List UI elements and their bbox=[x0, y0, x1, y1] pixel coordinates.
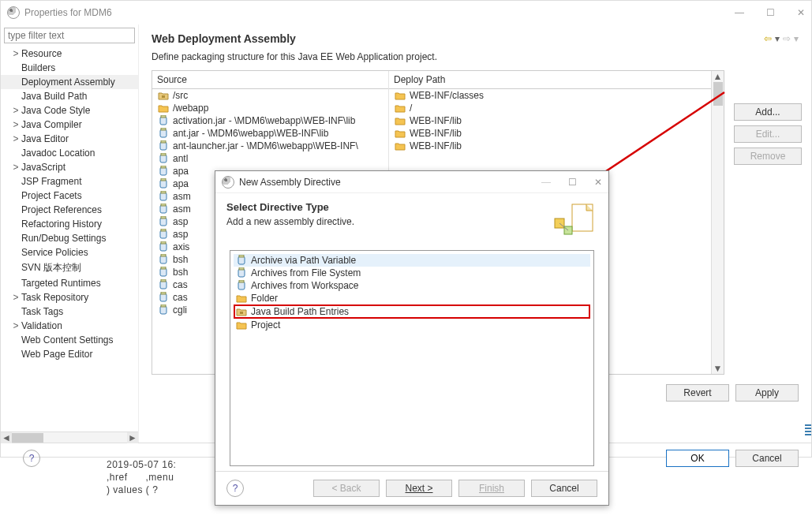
scroll-up-icon[interactable]: ▲ bbox=[712, 71, 724, 82]
scroll-thumb[interactable] bbox=[12, 433, 43, 443]
tree-item[interactable]: >JavaScript bbox=[1, 160, 138, 174]
tree-item-label: Project References bbox=[21, 204, 102, 215]
expand-icon[interactable]: > bbox=[12, 105, 20, 116]
tree-item[interactable]: Javadoc Location bbox=[1, 146, 138, 160]
source-cell: asm bbox=[173, 204, 191, 215]
directive-option[interactable]: Project bbox=[234, 319, 590, 331]
directive-option-label: Project bbox=[251, 319, 280, 331]
tree-item[interactable]: Java Build Path bbox=[1, 89, 138, 103]
tree-item[interactable]: SVN 版本控制 bbox=[1, 260, 138, 276]
tree-item[interactable]: Service Policies bbox=[1, 245, 138, 260]
expand-icon[interactable]: > bbox=[12, 133, 20, 144]
close-icon[interactable]: ✕ bbox=[797, 7, 805, 18]
expand-icon[interactable]: > bbox=[12, 162, 20, 173]
table-row[interactable]: activation.jar - \MDM6\webapp\WEB-INF\li… bbox=[152, 114, 388, 127]
table-row[interactable]: WEB-INF/lib bbox=[389, 140, 711, 152]
maximize-icon[interactable]: ☐ bbox=[766, 7, 775, 18]
close-icon[interactable]: ✕ bbox=[594, 177, 602, 188]
svg-rect-30 bbox=[161, 292, 166, 294]
forward-dropdown-icon[interactable]: ▾ bbox=[794, 33, 799, 44]
edit-button[interactable]: Edit... bbox=[734, 125, 802, 143]
next-button[interactable]: Next > bbox=[386, 480, 452, 497]
scroll-right-icon[interactable]: ► bbox=[127, 432, 138, 443]
table-row[interactable]: / bbox=[389, 102, 711, 114]
svg-rect-10 bbox=[161, 166, 166, 168]
tree-item[interactable]: >Task Repository bbox=[1, 290, 138, 304]
sidebar-hscroll[interactable]: ◄ ► bbox=[1, 431, 138, 443]
directive-type-list[interactable]: Archive via Path VariableArchives from F… bbox=[230, 250, 594, 466]
table-row[interactable]: WEB-INF/classes bbox=[389, 89, 711, 102]
history-back-icon[interactable]: ⇦ bbox=[764, 33, 772, 44]
deploy-cell: WEB-INF/lib bbox=[410, 115, 462, 126]
table-row[interactable]: antl bbox=[152, 152, 388, 165]
col-source-header[interactable]: Source bbox=[152, 71, 388, 89]
tree-item[interactable]: >Resource bbox=[1, 47, 138, 61]
table-row[interactable]: /webapp bbox=[152, 102, 388, 114]
tree-item[interactable]: Project Facets bbox=[1, 189, 138, 203]
expand-icon[interactable]: > bbox=[12, 48, 20, 59]
expand-icon[interactable]: > bbox=[12, 119, 20, 130]
directive-option[interactable]: Archives from File System bbox=[234, 267, 590, 279]
nav-tree[interactable]: >ResourceBuildersDeployment AssemblyJava… bbox=[1, 47, 138, 431]
directive-option-label: Archive via Path Variable bbox=[251, 255, 356, 266]
vscroll-thumb[interactable] bbox=[713, 82, 723, 106]
minimize-icon[interactable]: — bbox=[735, 7, 744, 18]
expand-icon[interactable]: > bbox=[12, 320, 20, 331]
tree-item-label: Java Build Path bbox=[21, 91, 87, 102]
svg-rect-24 bbox=[161, 254, 166, 256]
maximize-icon[interactable]: ☐ bbox=[568, 177, 577, 188]
tree-item[interactable]: >Java Editor bbox=[1, 132, 138, 146]
help-icon[interactable]: ? bbox=[23, 450, 40, 467]
back-dropdown-icon[interactable]: ▾ bbox=[775, 33, 780, 44]
directive-option[interactable]: Java Build Path Entries bbox=[234, 304, 590, 319]
add-button[interactable]: Add... bbox=[734, 103, 802, 121]
table-row[interactable]: WEB-INF/lib bbox=[389, 127, 711, 140]
filter-input[interactable] bbox=[4, 28, 135, 43]
back-button[interactable]: < Back bbox=[313, 480, 380, 497]
jar-icon bbox=[235, 255, 248, 266]
tree-item[interactable]: Refactoring History bbox=[1, 217, 138, 231]
history-forward-icon[interactable]: ⇨ bbox=[783, 33, 791, 44]
finish-button[interactable]: Finish bbox=[458, 480, 525, 497]
tree-item[interactable]: Deployment Assembly bbox=[1, 75, 138, 89]
table-row[interactable]: /src bbox=[152, 89, 388, 102]
revert-button[interactable]: Revert bbox=[666, 384, 729, 402]
col-deploy-header[interactable]: Deploy Path bbox=[389, 71, 711, 89]
tree-item[interactable]: Task Tags bbox=[1, 304, 138, 319]
tree-item[interactable]: >Java Code Style bbox=[1, 103, 138, 118]
tree-item[interactable]: Web Page Editor bbox=[1, 347, 138, 361]
source-cell: cas bbox=[173, 292, 188, 303]
package-icon bbox=[235, 306, 248, 317]
scroll-down-icon[interactable]: ▼ bbox=[712, 363, 724, 374]
help-icon[interactable]: ? bbox=[226, 480, 244, 497]
tree-item[interactable]: >Validation bbox=[1, 319, 138, 333]
table-row[interactable]: WEB-INF/lib bbox=[389, 114, 711, 127]
apply-button[interactable]: Apply bbox=[735, 384, 799, 402]
cancel-button[interactable]: Cancel bbox=[735, 450, 799, 467]
directive-option[interactable]: Archive via Path Variable bbox=[234, 254, 590, 267]
tree-item[interactable]: >Java Compiler bbox=[1, 118, 138, 132]
tree-item[interactable]: Run/Debug Settings bbox=[1, 231, 138, 245]
tree-item[interactable]: Builders bbox=[1, 61, 138, 75]
tree-item[interactable]: Targeted Runtimes bbox=[1, 276, 138, 290]
tree-item[interactable]: Web Content Settings bbox=[1, 333, 138, 347]
folder-icon bbox=[157, 103, 170, 114]
source-cell: asp bbox=[173, 229, 188, 240]
wizard-cancel-button[interactable]: Cancel bbox=[531, 480, 597, 497]
tree-item-label: Refactoring History bbox=[21, 219, 102, 230]
folder-icon bbox=[235, 293, 248, 304]
ok-button[interactable]: OK bbox=[666, 450, 729, 467]
tree-item[interactable]: JSP Fragment bbox=[1, 174, 138, 189]
table-row[interactable]: ant-launcher.jar - \MDM6\webapp\WEB-INF\ bbox=[152, 140, 388, 152]
table-vscroll[interactable]: ▲ ▼ bbox=[711, 71, 724, 374]
tree-item[interactable]: Project References bbox=[1, 203, 138, 217]
svg-rect-8 bbox=[161, 153, 166, 155]
directive-option[interactable]: Folder bbox=[234, 292, 590, 304]
directive-option[interactable]: Archives from Workspace bbox=[234, 279, 590, 292]
svg-rect-28 bbox=[161, 279, 166, 282]
table-row[interactable]: ant.jar - \MDM6\webapp\WEB-INF\lib bbox=[152, 127, 388, 140]
scroll-left-icon[interactable]: ◄ bbox=[1, 432, 12, 443]
minimize-icon[interactable]: — bbox=[541, 177, 551, 188]
remove-button[interactable]: Remove bbox=[734, 148, 802, 165]
expand-icon[interactable]: > bbox=[12, 292, 20, 303]
